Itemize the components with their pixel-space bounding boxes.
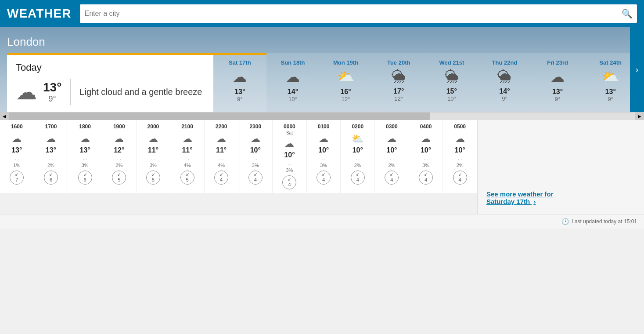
day-high: 15° (446, 87, 457, 95)
day-card-wed4[interactable]: Wed 21st 🌦 15° 10° (425, 53, 479, 112)
hour-temp: 12° (114, 146, 124, 154)
scroll-right-arrow[interactable]: ▶ (635, 113, 644, 120)
day-icon: ⛅ (337, 69, 355, 85)
today-divider (70, 79, 71, 105)
hour-temp: 11° (182, 146, 192, 154)
hour-temp: 11° (148, 146, 158, 154)
hour-temp: 10° (250, 146, 261, 154)
hour-col-2000: 2000 ☁ 11° · · 3% ↙ 5 (137, 120, 171, 193)
hour-wind-arrow: ↙ (151, 172, 155, 177)
hour-wind-speed: 5 (186, 177, 188, 182)
hour-precip-pct: 2% (47, 163, 54, 168)
next-days-button[interactable]: › (630, 27, 644, 112)
scroll-left-arrow[interactable]: ◀ (0, 113, 9, 120)
hour-precip-icon: · · (117, 157, 121, 162)
hour-wind: ↙ 5 (180, 171, 194, 185)
hour-temp: 13° (11, 146, 22, 154)
hour-time: 1800 (79, 123, 91, 130)
day-card-mon2[interactable]: Mon 19th ⛅ 16° 12° (319, 53, 372, 112)
hour-time: 1700 (45, 123, 57, 130)
day-low: 9° (608, 96, 613, 102)
hour-col-1800: 1800 ☁ 13° · · 3% ↙ 6 (68, 120, 102, 193)
day-low: 12° (394, 95, 403, 102)
today-card: Today ☁ 13° 9° Light cloud and a gentle … (7, 53, 213, 112)
hour-wind-speed: 4 (220, 177, 223, 182)
clock-icon: 🕐 (561, 218, 569, 225)
hour-icon: ☁ (455, 133, 465, 145)
hour-temp: 11° (216, 146, 227, 154)
hour-icon: ☁ (216, 133, 226, 145)
day-card-fri6[interactable]: Fri 23rd ☁ 13° 9° (531, 53, 584, 112)
scrollbar-thumb[interactable] (9, 113, 430, 120)
hour-precip-pct: 3% (320, 163, 327, 168)
hour-wind: ↙ 4 (419, 171, 433, 185)
hour-temp: 10° (421, 146, 431, 154)
hour-icon: ☁ (183, 133, 192, 145)
hour-wind: ↙ 4 (248, 171, 263, 185)
hour-wind-arrow: ↙ (390, 172, 393, 177)
city-name: London (7, 35, 637, 49)
hour-icon: ☁ (148, 133, 158, 145)
see-more-link[interactable]: See more weather for Saturday 17th › (486, 190, 635, 205)
day-card-sun1[interactable]: Sun 18th ☁ 14° 10° (266, 53, 320, 112)
hour-time: 0500 (454, 123, 466, 130)
hour-precip-pct: 2% (457, 163, 464, 168)
hour-wind-arrow: ↙ (219, 172, 223, 177)
day-card-thu5[interactable]: Thu 22nd 🌦 14° 9° (478, 53, 531, 112)
see-more-text: See more weather for (486, 190, 554, 198)
hour-wind: ↙ 4 (317, 171, 331, 185)
hour-precip-icon: · · (151, 157, 155, 162)
hour-temp: 13° (46, 146, 56, 154)
day-high: 13° (552, 88, 563, 96)
search-input[interactable] (84, 10, 622, 18)
search-bar: 🔍 (80, 4, 637, 23)
weekly-forecast: Sat 17th ☁ 13° 9° Sun 18th ☁ 14° 10° Mon… (213, 53, 637, 112)
day-card-sat7[interactable]: Sat 24th ⛅ 13° 9° (584, 53, 637, 112)
hour-wind-arrow: ↙ (186, 172, 189, 177)
hour-precip-icon: · · (322, 157, 326, 162)
hour-temp: 10° (284, 151, 295, 159)
hourly-section: 1600 ☁ 13° · · 1% ↙ 7 1700 ☁ 13° · · 2% … (0, 120, 477, 193)
last-updated: Last updated today at 15:01 (572, 218, 637, 225)
hour-wind-arrow: ↙ (49, 172, 53, 177)
day-card-sat0[interactable]: Sat 17th ☁ 13° 9° (213, 53, 266, 112)
hour-wind: ↙ 7 (10, 171, 24, 185)
hour-time: 2100 (181, 123, 193, 130)
hour-wind: ↙ 4 (282, 175, 296, 189)
hour-col-2200: 2200 ☁ 11° · · 4% ↙ 4 (205, 120, 239, 193)
hour-wind: ↙ 4 (385, 171, 399, 185)
hour-precip-icon: · · (253, 157, 257, 162)
day-card-tue3[interactable]: Tue 20th 🌦 17° 12° (372, 53, 425, 112)
city-banner: London Today ☁ 13° 9° Light cloud and a … (0, 27, 644, 112)
today-label: Today (16, 62, 205, 73)
hour-wind-arrow: ↙ (424, 172, 428, 177)
today-low-temp: 9° (49, 94, 56, 104)
hour-time: 1900 (113, 123, 125, 130)
sidebar: See more weather for Saturday 17th › (477, 120, 644, 214)
hour-wind-speed: 4 (254, 177, 257, 182)
day-label: Sun 18th (281, 59, 305, 66)
hour-wind: ↙ 4 (214, 171, 228, 185)
hour-col-1600: 1600 ☁ 13° · · 1% ↙ 7 (0, 120, 34, 193)
today-high-temp: 13° (43, 80, 61, 94)
hour-col-1700: 1700 ☁ 13° · · 2% ↙ 6 (34, 120, 68, 193)
hour-col-0300: 0300 ☁ 10° · · 2% ↙ 4 (375, 120, 409, 193)
hour-precip-pct: 3% (82, 163, 89, 168)
day-label: Wed 21st (439, 59, 464, 66)
hour-col-0200: 0200 ⛅ 10° · · 2% ↙ 4 (341, 120, 375, 193)
day-icon: ☁ (550, 69, 565, 85)
scrollbar-area[interactable]: ◀ ▶ (0, 112, 644, 120)
hour-icon: ⛅ (352, 133, 363, 145)
hour-wind-speed: 6 (50, 177, 52, 182)
header: WEATHER 🔍 (0, 0, 644, 27)
hour-temp: 10° (386, 146, 397, 154)
hour-wind-arrow: ↙ (254, 172, 257, 177)
day-label: Sat 24th (599, 59, 622, 66)
search-button[interactable]: 🔍 (622, 8, 633, 19)
today-detail: ☁ 13° 9° Light cloud and a gentle breeze (16, 79, 205, 105)
hour-precip-icon: · · (424, 157, 428, 162)
hour-temp: 10° (353, 146, 363, 154)
day-label: Sat 17th (229, 59, 251, 66)
hour-precip-pct: 3% (150, 163, 157, 168)
hour-time: 2300 (249, 123, 261, 130)
